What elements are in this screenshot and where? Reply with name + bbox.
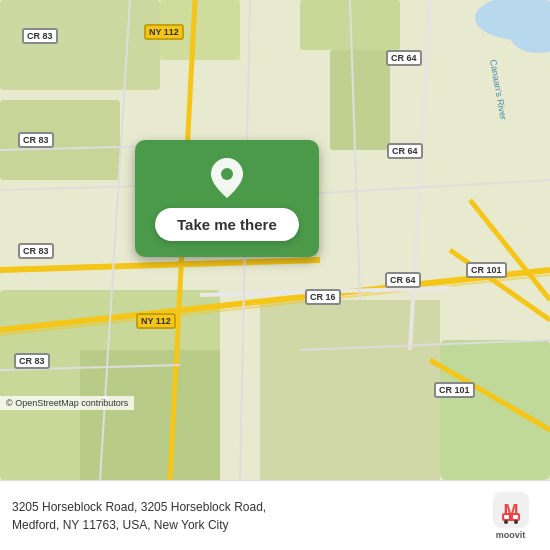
route-label-ny112-low: NY 112 [136,313,176,329]
route-label-cr101-top: CR 101 [466,262,507,278]
route-label-cr64-mid: CR 64 [387,143,423,159]
osm-text: © OpenStreetMap contributors [6,398,128,408]
popup-container: Take me there [135,140,319,257]
map-container: Canaan's River CR 83 NY 112 CR 64 CR 83 … [0,0,550,480]
route-label-cr16: CR 16 [305,289,341,305]
route-label-cr83-low: CR 83 [18,243,54,259]
route-label-ny112-top: NY 112 [144,24,184,40]
route-label-cr83-bot: CR 83 [14,353,50,369]
green-card: Take me there [135,140,319,257]
route-label-cr64-top: CR 64 [386,50,422,66]
address-text: 3205 Horseblock Road, 3205 Horseblock Ro… [12,498,473,534]
svg-point-36 [514,520,518,524]
moovit-logo[interactable]: M moovit [483,492,538,540]
route-label-cr83-top: CR 83 [22,28,58,44]
osm-attribution: © OpenStreetMap contributors [0,396,134,410]
location-pin-icon [209,156,245,200]
take-me-there-button[interactable]: Take me there [155,208,299,241]
route-label-cr83-mid: CR 83 [18,132,54,148]
svg-rect-1 [0,0,160,90]
moovit-label: moovit [496,530,526,540]
svg-rect-7 [330,50,390,150]
address-container: 3205 Horseblock Road, 3205 Horseblock Ro… [12,498,473,534]
bottom-bar: 3205 Horseblock Road, 3205 Horseblock Ro… [0,480,550,550]
svg-rect-38 [513,515,518,519]
svg-point-35 [504,520,508,524]
svg-point-31 [221,168,233,180]
moovit-svg-icon: M [496,495,526,525]
route-label-cr64-low: CR 64 [385,272,421,288]
moovit-icon: M [493,492,529,528]
svg-rect-37 [504,515,509,519]
route-label-cr101-bot: CR 101 [434,382,475,398]
svg-rect-9 [440,340,550,480]
